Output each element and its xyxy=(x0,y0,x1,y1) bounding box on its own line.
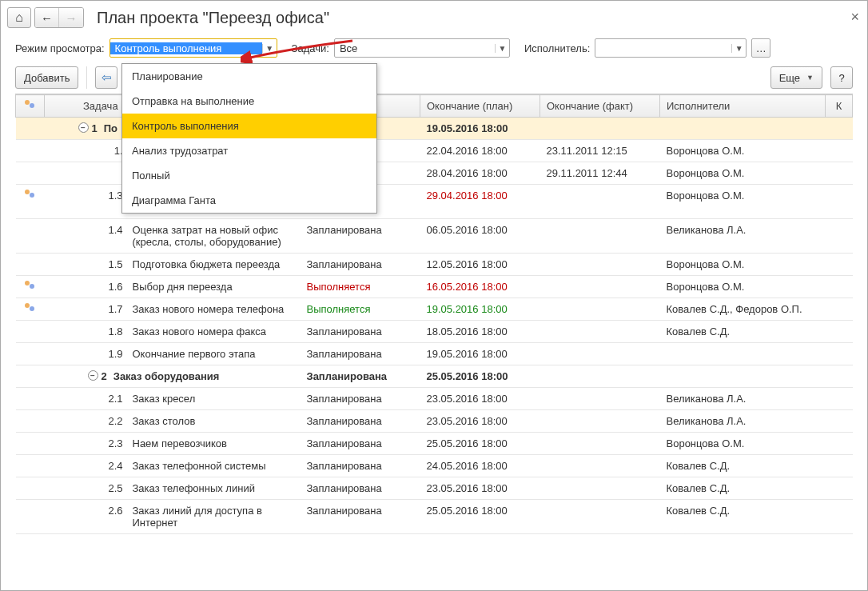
col-k[interactable]: К xyxy=(826,95,853,118)
fact-end xyxy=(540,410,660,433)
filter-bar: Режим просмотра: Контроль выполнения ▼ З… xyxy=(1,34,867,62)
task-name: Оценка затрат на новый офис (кресла, сто… xyxy=(133,224,294,248)
task-status: Запланирована xyxy=(307,437,382,449)
plan-end: 24.05.2016 18:00 xyxy=(427,460,508,472)
mode-combo[interactable]: Контроль выполнения ▼ xyxy=(109,38,277,58)
row-number: 1.7 xyxy=(99,303,128,315)
tasks-combo[interactable]: Все ▼ xyxy=(334,38,510,58)
task-name: Заказ оборудования xyxy=(113,370,220,382)
task-name: Заказ нового номера телефона xyxy=(133,303,294,315)
assignee-cell xyxy=(660,343,826,365)
mode-dropdown-item[interactable]: Диаграмма Ганта xyxy=(122,188,376,213)
task-status: Запланирована xyxy=(307,258,382,270)
table-row[interactable]: 2.2Заказ столовЗапланирована23.05.2016 1… xyxy=(16,410,853,433)
task-status: Запланирована xyxy=(307,415,382,427)
task-status: Запланирована xyxy=(307,370,388,382)
k-cell xyxy=(826,365,853,388)
row-number: 1.8 xyxy=(99,325,128,337)
plan-end: 19.05.2016 18:00 xyxy=(427,348,508,360)
fact-end xyxy=(540,254,660,276)
table-row[interactable]: 1.9Окончание первого этапаЗапланирована1… xyxy=(16,343,853,365)
assignee-cell: Ковалев С.Д. xyxy=(660,455,826,477)
plan-end: 12.05.2016 18:00 xyxy=(427,258,508,270)
plan-end: 16.05.2016 18:00 xyxy=(427,281,508,293)
plan-end: 19.05.2016 18:00 xyxy=(427,303,508,315)
plan-end: 29.04.2016 18:00 xyxy=(427,190,508,202)
plan-end: 18.05.2016 18:00 xyxy=(427,325,508,337)
table-row[interactable]: −2Заказ оборудованияЗапланирована25.05.2… xyxy=(16,365,853,388)
task-status: Выполняется xyxy=(307,281,371,293)
task-name: Заказ телефонных линий xyxy=(133,482,294,494)
mode-dropdown-item[interactable]: Контроль выполнения xyxy=(122,114,376,138)
collapse-icon[interactable]: − xyxy=(78,122,89,133)
close-button[interactable]: × xyxy=(850,9,859,26)
row-number: 1.4 xyxy=(99,224,128,236)
k-cell xyxy=(826,162,853,185)
assignee-cell: Великанова Л.А. xyxy=(660,410,826,433)
fact-end xyxy=(540,433,660,455)
assignee-cell: Ковалев С.Д. xyxy=(660,477,826,500)
task-name: По xyxy=(104,122,117,134)
home-button[interactable] xyxy=(7,7,31,28)
col-icon[interactable] xyxy=(16,95,45,118)
nav-forward-button[interactable] xyxy=(59,8,83,27)
task-name: Заказ линий для доступа в Интернет xyxy=(133,505,294,529)
plan-end: 22.04.2016 18:00 xyxy=(427,145,508,157)
plan-end: 25.05.2016 18:00 xyxy=(427,370,508,382)
table-row[interactable]: 2.6Заказ линий для доступа в ИнтернетЗап… xyxy=(16,500,853,534)
people-icon xyxy=(25,303,36,313)
fact-end xyxy=(540,365,660,388)
table-row[interactable]: 1.6Выбор дня переездаВыполняется16.05.20… xyxy=(16,276,853,298)
table-row[interactable]: 1.4Оценка затрат на новый офис (кресла, … xyxy=(16,219,853,254)
assignee-cell: Воронцова О.М. xyxy=(660,140,826,162)
more-button[interactable]: Еще▼ xyxy=(770,66,822,89)
assignee-cell: Воронцова О.М. xyxy=(660,162,826,185)
plan-end: 19.05.2016 18:00 xyxy=(427,122,508,134)
row-number: 2.1 xyxy=(99,393,128,405)
mode-dropdown-item[interactable]: Планирование xyxy=(122,64,376,89)
k-cell xyxy=(826,410,853,433)
mode-dropdown-item[interactable]: Полный xyxy=(122,163,376,188)
col-assignees[interactable]: Исполнители xyxy=(660,95,826,118)
nav-back-button[interactable] xyxy=(35,8,59,27)
fact-end xyxy=(540,298,660,321)
assignee-browse-button[interactable]: … xyxy=(751,38,770,58)
assignee-cell: Ковалев С.Д. xyxy=(660,500,826,534)
col-fact-end[interactable]: Окончание (факт) xyxy=(540,95,660,118)
row-number: 1.9 xyxy=(99,348,128,360)
assignee-cell: Воронцова О.М. xyxy=(660,433,826,455)
task-name: Наем перевозчиков xyxy=(133,437,294,449)
collapse-icon[interactable]: − xyxy=(88,370,98,381)
fact-end: 29.11.2011 12:44 xyxy=(540,162,660,185)
people-icon xyxy=(25,281,36,290)
table-row[interactable]: 2.1Заказ креселЗапланирована23.05.2016 1… xyxy=(16,388,853,410)
assignee-combo[interactable]: ▼ xyxy=(595,38,747,58)
task-status: Запланирована xyxy=(307,482,382,494)
table-row[interactable]: 1.8Заказ нового номера факсаЗапланирован… xyxy=(16,321,853,343)
move-left-button[interactable] xyxy=(95,66,117,89)
task-status: Запланирована xyxy=(307,325,382,337)
row-number: 1 xyxy=(92,122,98,134)
fact-end xyxy=(540,500,660,534)
home-icon xyxy=(15,10,23,25)
table-row[interactable]: 2.4Заказ телефонной системыЗапланирована… xyxy=(16,455,853,477)
assignee-cell: Великанова Л.А. xyxy=(660,388,826,410)
col-plan-end[interactable]: Окончание (план) xyxy=(420,95,540,118)
task-name: Заказ нового номера факса xyxy=(133,325,294,337)
table-row[interactable]: 1.7Заказ нового номера телефонаВыполняет… xyxy=(16,298,853,321)
table-row[interactable]: 2.5Заказ телефонных линийЗапланирована23… xyxy=(16,477,853,500)
row-number: 2.3 xyxy=(99,437,128,449)
fact-end xyxy=(540,185,660,219)
task-status: Запланирована xyxy=(307,460,382,472)
mode-dropdown-item[interactable]: Отправка на выполнение xyxy=(122,89,376,114)
mode-dropdown-item[interactable]: Анализ трудозатрат xyxy=(122,138,376,163)
fact-end: 23.11.2011 12:15 xyxy=(540,140,660,162)
k-cell xyxy=(826,140,853,162)
fact-end xyxy=(540,219,660,254)
add-button[interactable]: Добавить xyxy=(15,66,78,89)
mode-value: Контроль выполнения xyxy=(110,42,262,54)
table-row[interactable]: 1.5Подготовка бюджета переездаЗапланиров… xyxy=(16,254,853,276)
help-button[interactable]: ? xyxy=(830,66,853,89)
table-row[interactable]: 2.3Наем перевозчиковЗапланирована25.05.2… xyxy=(16,433,853,455)
row-number: 2.6 xyxy=(99,505,128,517)
